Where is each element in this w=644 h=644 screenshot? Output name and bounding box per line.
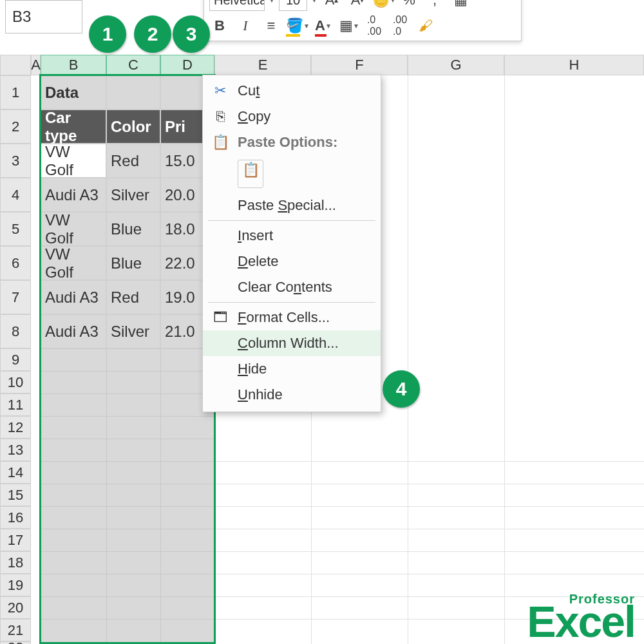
ctx-label: Unhide — [238, 386, 283, 403]
ctx-delete[interactable]: Delete — [203, 249, 381, 274]
ctx-label: Insert — [238, 227, 273, 244]
paste-icon: 📋 — [238, 160, 263, 188]
cell-B2[interactable]: Car type — [41, 109, 106, 144]
row-header-9[interactable]: 9 — [0, 348, 31, 371]
row-header-7[interactable]: 7 — [0, 280, 31, 314]
font-name-box[interactable]: Helvetica — [209, 0, 265, 11]
cell-C6[interactable]: Blue — [106, 246, 160, 280]
ctx-label: Format Cells... — [238, 309, 330, 326]
row-header-8[interactable]: 8 — [0, 314, 31, 348]
borders-icon[interactable]: ▦▾ — [338, 15, 359, 36]
font-color-icon[interactable]: A▾ — [312, 15, 333, 36]
row-header-2[interactable]: 2 — [0, 109, 31, 144]
cell-B1[interactable]: Data — [41, 75, 106, 109]
col-header-G[interactable]: G — [408, 55, 504, 75]
col-header-B[interactable]: B — [41, 55, 106, 75]
row-header-21[interactable]: 21 — [0, 619, 31, 641]
col-header-F[interactable]: F — [311, 55, 408, 75]
cell-C8[interactable]: Silver — [106, 314, 160, 348]
row-header-20[interactable]: 20 — [0, 596, 31, 619]
ctx-label: Hide — [238, 361, 267, 377]
ctx-copy[interactable]: ⎘ Copy — [203, 104, 381, 129]
ctx-hide[interactable]: Hide — [203, 356, 381, 382]
increase-font-icon[interactable]: A▴ — [321, 0, 342, 10]
row-header-18[interactable]: 18 — [0, 551, 31, 574]
row-header-15[interactable]: 15 — [0, 484, 31, 506]
row-header-13[interactable]: 13 — [0, 439, 31, 461]
cell-B8[interactable]: Audi A3 — [41, 314, 106, 348]
bold-icon[interactable]: B — [209, 15, 230, 36]
scissors-icon: ✂ — [209, 82, 231, 99]
separator — [208, 220, 375, 221]
col-header-E[interactable]: E — [214, 55, 311, 75]
gridline — [160, 348, 161, 644]
row-header-12[interactable]: 12 — [0, 416, 31, 439]
gridline — [41, 619, 214, 620]
comma-icon[interactable]: , — [424, 0, 445, 10]
align-icon[interactable]: ≡ — [261, 15, 281, 36]
accounting-format-icon[interactable]: 🪙▾ — [373, 0, 393, 10]
ctx-format-cells[interactable]: 🗔 Format Cells... — [203, 305, 381, 330]
ctx-cut[interactable]: ✂ Cut — [203, 78, 381, 104]
table-format-icon[interactable]: ▦ — [450, 0, 471, 10]
cell-C7[interactable]: Red — [106, 280, 160, 314]
ctx-column-width[interactable]: Column Width... — [203, 330, 381, 356]
decrease-font-icon[interactable]: A▾ — [347, 0, 368, 10]
row-header-19[interactable]: 19 — [0, 574, 31, 596]
row-header-11[interactable]: 11 — [0, 393, 31, 416]
gridline — [41, 574, 214, 574]
cell-C4[interactable]: Silver — [106, 178, 160, 212]
col-header-C[interactable]: C — [106, 55, 160, 75]
decrease-decimal-icon[interactable]: .00.0 — [390, 15, 410, 36]
increase-decimal-icon[interactable]: .0.00 — [364, 15, 384, 36]
watermark-line2: Excel — [527, 597, 635, 644]
percent-icon[interactable]: % — [399, 0, 419, 10]
cell-B7[interactable]: Audi A3 — [41, 280, 106, 314]
gridline — [106, 348, 107, 644]
cell-B3[interactable]: VW Golf — [41, 144, 106, 178]
gridline — [41, 596, 214, 597]
cell-B5[interactable]: VW Golf — [41, 212, 106, 246]
gridline — [41, 529, 214, 529]
row-header-22[interactable]: 22 — [0, 641, 31, 644]
cell-C2[interactable]: Color — [106, 109, 160, 144]
cell-C1[interactable] — [106, 75, 160, 109]
select-all-corner[interactable] — [0, 55, 31, 75]
dropdown-icon[interactable]: ▾ — [270, 0, 274, 5]
gridline — [41, 439, 214, 439]
row-header-10[interactable]: 10 — [0, 371, 31, 393]
cell-B4[interactable]: Audi A3 — [41, 178, 106, 212]
gridline — [408, 75, 408, 644]
ctx-label: Delete — [238, 253, 279, 270]
fill-color-icon[interactable]: 🪣▾ — [287, 15, 307, 36]
ctx-unhide[interactable]: Unhide — [203, 382, 381, 408]
row-header-6[interactable]: 6 — [0, 246, 31, 280]
cell-C5[interactable]: Blue — [106, 212, 160, 246]
dropdown-icon[interactable]: ▾ — [312, 0, 316, 5]
gridline — [41, 393, 214, 394]
row-header-5[interactable]: 5 — [0, 212, 31, 246]
format-painter-icon[interactable]: 🖌 — [415, 15, 436, 36]
row-header-4[interactable]: 4 — [0, 178, 31, 212]
ctx-clear-contents[interactable]: Clear Contents — [203, 274, 381, 300]
cell-B6[interactable]: VW Golf — [41, 246, 106, 280]
gridline — [214, 551, 644, 552]
ctx-paste-options-heading: 📋 Paste Options: — [203, 129, 381, 155]
name-box[interactable]: B3 — [5, 0, 82, 33]
row-header-14[interactable]: 14 — [0, 461, 31, 484]
italic-icon[interactable]: I — [235, 15, 256, 36]
row-header-16[interactable]: 16 — [0, 506, 31, 529]
cell-C3[interactable]: Red — [106, 144, 160, 178]
font-size-box[interactable]: 10 — [279, 0, 307, 11]
ctx-insert[interactable]: Insert — [203, 223, 381, 249]
col-header-D[interactable]: D — [160, 55, 214, 75]
ctx-label: Paste Options: — [238, 134, 337, 151]
row-header-17[interactable]: 17 — [0, 529, 31, 551]
ctx-label: Paste Special... — [238, 197, 336, 214]
col-header-A[interactable]: A — [31, 55, 41, 75]
ctx-paste-special[interactable]: Paste Special... — [203, 193, 381, 218]
col-header-H[interactable]: H — [504, 55, 644, 75]
row-header-1[interactable]: 1 — [0, 75, 31, 109]
ctx-paste-default[interactable]: 📋 — [203, 155, 381, 193]
row-header-3[interactable]: 3 — [0, 144, 31, 178]
